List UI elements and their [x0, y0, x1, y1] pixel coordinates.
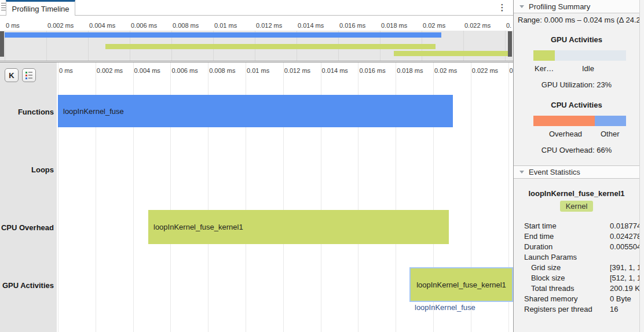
- stat-value: 0 Byte: [610, 294, 631, 303]
- stat-label: Shared memory: [524, 294, 577, 303]
- stat-label: Grid size: [531, 263, 561, 272]
- event-type-badge: Kernel: [514, 201, 639, 212]
- overview-tick: 0.002 ms: [47, 22, 74, 29]
- profiler-window: Profiling Timeline ⋮ 0 ms 0.002 ms 0.004…: [0, 0, 644, 332]
- ruler-tick: 0 ms: [59, 67, 73, 74]
- overview-tick: 0 ms: [6, 22, 20, 29]
- stat-row-registers: Registers per thread 16: [524, 305, 634, 315]
- row-label-cpu-overhead: CPU Overhead: [0, 223, 54, 232]
- overview-tick: 0.016 ms: [339, 22, 365, 29]
- row-label-gpu-activities: GPU Activities: [0, 281, 54, 290]
- stat-label: Block size: [531, 274, 565, 282]
- event-name: loopInKernel_fuse_kernel1: [514, 189, 639, 198]
- ruler-tick: 0.018 ms: [397, 67, 423, 74]
- ruler-tick: 0.022 ms: [472, 67, 498, 74]
- gpu-kernel-caption-link[interactable]: loopInKernel_fuse: [415, 303, 475, 312]
- cpu-other-legend-label: Other: [601, 130, 620, 138]
- stat-value: 200.19 K: [610, 284, 640, 293]
- gpu-activities-title: GPU Activities: [514, 35, 639, 44]
- cpu-activities-title: CPU Activities: [514, 101, 639, 109]
- event-statistics-header[interactable]: Event Statistics: [514, 165, 639, 179]
- tab-title: Profiling Timeline: [12, 5, 69, 13]
- stat-label: Duration: [524, 242, 552, 251]
- overview-tick: 0.018 ms: [381, 22, 407, 29]
- overview-right-handle[interactable]: [508, 31, 512, 57]
- overview-tick: 0.: [506, 22, 511, 29]
- view-stack-icon[interactable]: [1, 3, 6, 10]
- timeline-sidebar: [0, 62, 57, 332]
- summary-panel: Profiling Summary Range: 0.000 ms – 0.02…: [513, 0, 639, 332]
- stat-row-duration: Duration 0.005504 ms: [524, 242, 634, 253]
- collapse-triangle-icon: [519, 171, 524, 174]
- gpu-idle-legend-label: Idle: [582, 64, 594, 73]
- cpu-overhead-bar[interactable]: loopInKernel_fuse_kernel1: [148, 210, 449, 244]
- overview-bar-functions[interactable]: [5, 32, 441, 38]
- overview-bar-cpu-overhead[interactable]: [105, 44, 436, 49]
- ruler-tick: 0.014 ms: [322, 67, 348, 74]
- stat-row-shared-memory: Shared memory 0 Byte: [524, 294, 634, 305]
- gpu-kernel-bar-selected[interactable]: loopInKernel_fuse_kernel1: [409, 267, 513, 302]
- cpu-utilization-bar: [533, 116, 626, 126]
- range-text: Range: 0.000 ms – 0.024 ms (Δ 24.28: [518, 16, 639, 24]
- legend-icon: [25, 72, 33, 79]
- overview-tick: 0.02 ms: [423, 22, 445, 29]
- ruler-tick: 0.008 ms: [209, 67, 235, 74]
- overview-tick: 0.012 ms: [256, 22, 282, 29]
- ruler-tick: 0.002 ms: [97, 67, 123, 74]
- cpu-overhead-text: CPU Overhead: 66%: [514, 146, 639, 154]
- collapse-triangle-icon: [519, 5, 524, 8]
- overview-tick: 0.022 ms: [464, 22, 491, 29]
- overview-tick: 0.01 ms: [214, 22, 237, 29]
- stat-row-block-size: Block size [512, 1, 1]: [524, 274, 634, 284]
- tab-bar: Profiling Timeline ⋮: [0, 0, 513, 16]
- ruler-tick: 0.016 ms: [359, 67, 385, 74]
- vertical-scrollbar[interactable]: [639, 0, 644, 332]
- ruler-tick: 0.006 ms: [171, 67, 197, 74]
- cpu-overhead-legend-label: Overhead: [549, 130, 582, 138]
- overview-tick: 0.008 ms: [173, 22, 199, 29]
- gpu-kernel-segment: [533, 50, 555, 61]
- tab-profiling-timeline[interactable]: Profiling Timeline: [6, 0, 75, 16]
- legend-button[interactable]: [22, 68, 36, 82]
- row-label-loops: Loops: [0, 165, 54, 174]
- overview-tick: 0.004 ms: [89, 22, 115, 29]
- stat-label: Launch Params: [524, 253, 577, 261]
- overview-tick: 0.014 ms: [298, 22, 324, 29]
- ruler-tick: 0.02 ms: [434, 67, 457, 74]
- overview-bar-gpu-kernel[interactable]: [394, 51, 508, 56]
- stat-row-total-threads: Total threads 200.19 K: [524, 284, 634, 294]
- event-statistics-title: Event Statistics: [529, 168, 580, 176]
- profiling-summary-title: Profiling Summary: [529, 2, 590, 11]
- stat-label: Registers per thread: [524, 305, 592, 313]
- overview-left-handle[interactable]: [0, 31, 4, 57]
- stat-row-grid-size: Grid size [391, 1, 1]: [524, 263, 634, 274]
- event-type-label: Kernel: [560, 201, 594, 212]
- stat-label: Start time: [524, 222, 557, 230]
- ruler-tick: 0.004 ms: [134, 67, 160, 74]
- stat-value: [391, 1, 1]: [610, 263, 643, 272]
- kernel-view-button[interactable]: K: [5, 68, 19, 82]
- cpu-other-segment: [595, 116, 626, 126]
- stat-row-end-time: End time 0.024278 ms: [524, 232, 634, 242]
- view-menu-icon[interactable]: ⋮: [496, 1, 508, 14]
- stat-row-start-time: Start time 0.018774 ms: [524, 222, 634, 232]
- stat-label: End time: [524, 232, 554, 241]
- stat-value: 16: [610, 305, 618, 313]
- gpu-utilization-bar: [533, 50, 626, 61]
- stat-value: [512, 1, 1]: [610, 274, 643, 282]
- ruler-tick: 0.012 ms: [284, 67, 310, 74]
- profiling-summary-header[interactable]: Profiling Summary: [514, 0, 639, 13]
- overview-tick: 0.006 ms: [131, 22, 157, 29]
- gpu-utilization-text: GPU Utilization: 23%: [514, 80, 639, 89]
- cpu-overhead-segment: [533, 116, 595, 126]
- stat-label: Total threads: [531, 284, 574, 293]
- gpu-kernel-legend-label: Ker…: [535, 64, 554, 73]
- ruler-tick: 0.01 ms: [247, 67, 269, 74]
- row-label-functions: Functions: [0, 108, 54, 116]
- gpu-idle-segment: [555, 50, 626, 61]
- stat-row-launch-params: Launch Params: [524, 253, 634, 263]
- functions-bar[interactable]: loopInKernel_fuse: [58, 95, 453, 127]
